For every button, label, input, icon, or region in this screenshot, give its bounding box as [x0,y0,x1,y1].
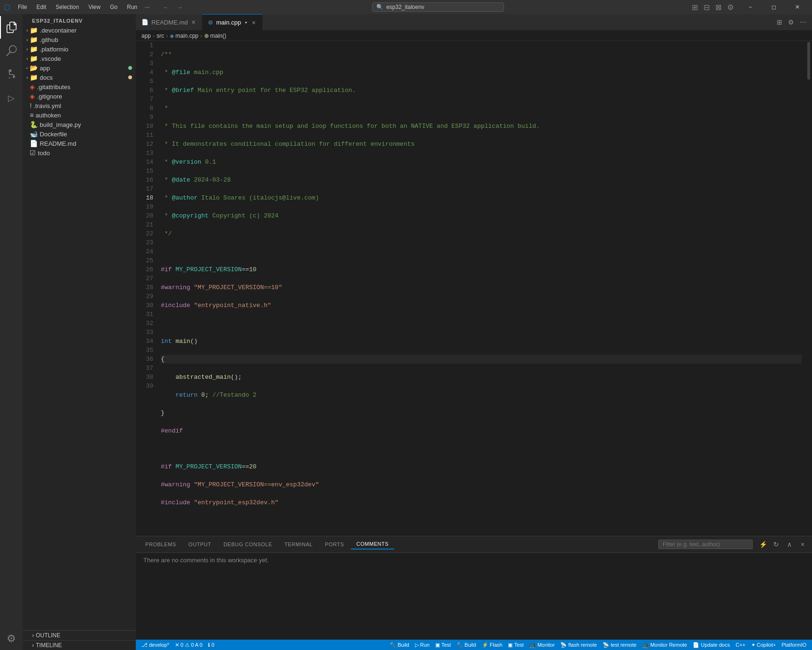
layout-icon[interactable]: ⊞ [690,1,700,14]
branch-label: develop* [149,642,169,648]
maximize-button[interactable]: ◻ [763,0,785,14]
collapse-icon[interactable]: ∧ [784,539,795,550]
sidebar-item-docs[interactable]: › 📁 docs [23,73,136,82]
status-monitor-remote[interactable]: 📺 Monitor Remote [640,642,689,648]
menu-ellipsis[interactable]: ··· [143,3,151,11]
sidebar-label-devcontainer: .devcontainer [40,27,136,34]
tab-problems[interactable]: PROBLEMS [140,540,182,549]
sidebar-item-travisyml[interactable]: › ! .travis.yml [23,101,136,110]
sidebar-item-app[interactable]: › 📂 app [23,63,136,73]
badge-yellow [128,75,132,79]
sidebar-item-devcontainer[interactable]: › 📁 .devcontainer [23,25,136,35]
status-platformio[interactable]: PlatformIO [779,642,808,648]
code-editor[interactable]: /** * @file main.cpp * @brief Main entry… [157,41,805,536]
menu-go[interactable]: Go [106,3,121,11]
info-count: 0 [211,642,214,648]
sidebar-icon[interactable]: ⊠ [713,1,723,14]
tab-main-cpp[interactable]: ⚙ main.cpp ● × [202,14,263,30]
panel: PROBLEMS OUTPUT DEBUG CONSOLE TERMINAL P… [136,536,812,640]
minimize-button[interactable]: − [739,0,761,14]
status-update-docs[interactable]: 📄 Update docs [691,642,732,648]
filter-icon[interactable]: ⚡ [757,539,769,550]
sidebar-item-readme[interactable]: › 📄 README.md [23,139,136,148]
breadcrumb-sep-3: › [200,33,202,39]
status-branch[interactable]: ⎇ develop* [140,642,171,648]
monitor-remote-label: Monitor Remote [650,642,687,648]
split-editor-icon[interactable]: ⊞ [775,17,784,28]
main-layout: ▷ ⚙ ESP32_ITALOENV › 📁 .devcontainer › 📁… [0,14,812,650]
tab-comments[interactable]: COMMENTS [351,539,395,550]
warning-icon: ⚠ [185,642,190,648]
cpp-tab-close[interactable]: × [251,19,257,26]
status-test-remote[interactable]: 📡 test remote [601,642,638,648]
forward-button[interactable]: → [173,0,186,14]
status-flash[interactable]: ⚡ Flash [480,642,505,648]
flash-label: Flash [490,642,503,648]
activity-source-control[interactable] [0,63,23,86]
test2-icon: ▣ [508,642,513,648]
activity-explorer[interactable] [0,16,23,39]
scrollbar[interactable] [805,41,812,536]
activity-settings[interactable]: ⚙ [0,627,23,650]
menu-run[interactable]: Run [123,3,141,11]
sidebar-label-build-image: build_image.py [40,121,136,128]
breadcrumb-src[interactable]: src [157,33,164,39]
editor-area[interactable]: 123 456 789 101112 131415 161718 192021 … [136,41,812,536]
sidebar-item-vscode[interactable]: › 📁 .vscode [23,54,136,63]
status-cpp[interactable]: C++ [734,642,747,648]
menu-view[interactable]: View [84,3,104,11]
outline-header[interactable]: › OUTLINE [23,631,136,640]
sidebar-item-dockerfile[interactable]: › 🐋 Dockerfile [23,129,136,139]
tab-readme[interactable]: 📄 README.md × [136,14,202,30]
status-test2[interactable]: ▣ Test [506,642,525,648]
settings-icon[interactable]: ⚙ [725,1,736,14]
sidebar-item-authoken[interactable]: › ≡ authoken [23,110,136,120]
status-flash-remote[interactable]: 📡 flash remote [558,642,599,648]
back-button[interactable]: ← [159,0,172,14]
timeline-header[interactable]: › TIMELINE [23,641,136,650]
status-test[interactable]: ▣ Test [433,642,453,648]
activity-search[interactable] [0,40,23,62]
error-icon: ✕ [175,642,179,648]
menu-selection[interactable]: Selection [52,3,83,11]
status-monitor[interactable]: 📺 Monitor [528,642,557,648]
status-build2[interactable]: 🔨 Build [455,642,478,648]
more-actions-icon[interactable]: ⚙ [786,17,796,28]
flash-remote-label: flash remote [568,642,597,648]
close-panel-icon[interactable]: × [797,539,808,550]
breadcrumb-app[interactable]: app [141,33,151,39]
scrollbar-thumb[interactable] [807,42,810,80]
breadcrumb-file[interactable]: ◈ main.cpp [170,33,199,39]
status-build-hammer[interactable]: 🔨 Build [388,642,411,648]
content-area: 📄 README.md × ⚙ main.cpp ● × ⊞ ⚙ ⋯ app ›… [136,14,812,650]
sidebar-item-gitignore[interactable]: › ◈ .gitignore [23,92,136,101]
close-button[interactable]: ✕ [787,0,808,14]
tab-terminal[interactable]: TERMINAL [279,540,318,549]
menu-file[interactable]: File [14,3,31,11]
readme-tab-close[interactable]: × [191,18,196,26]
sidebar-item-gitattributes[interactable]: › ◈ .gitattributes [23,82,136,92]
panel-tabs: PROBLEMS OUTPUT DEBUG CONSOLE TERMINAL P… [136,536,812,553]
activity-run-debug[interactable]: ▷ [0,87,23,109]
refresh-icon[interactable]: ↻ [771,539,782,550]
tab-overflow-icon[interactable]: ⋯ [798,17,808,28]
panel-icon[interactable]: ⊟ [702,1,712,14]
tab-ports[interactable]: PORTS [319,540,349,549]
panel-filter-input[interactable] [658,540,753,549]
menu-edit[interactable]: Edit [33,3,50,11]
status-errors[interactable]: ✕ 0 ⚠ 0 A 0 [173,642,205,648]
sidebar-item-build-image[interactable]: › 🐍 build_image.py [23,120,136,129]
sidebar-label-dockerfile: Dockerfile [40,131,136,138]
breadcrumb-func[interactable]: ⊕ main() [204,33,226,39]
tab-output[interactable]: OUTPUT [183,540,217,549]
sidebar-item-github[interactable]: › 📁 .github [23,35,136,44]
branch-icon: ⎇ [141,642,148,648]
status-copilot[interactable]: ✦ Copilot+ [749,642,778,648]
status-info[interactable]: ℹ 0 [206,642,216,648]
search-bar[interactable]: 🔍 esp32_italoenv [372,2,504,12]
status-run[interactable]: ▷ Run [413,642,431,648]
sidebar-item-platformio[interactable]: › 📁 .platformio [23,44,136,54]
monitor-label: Monitor [538,642,555,648]
tab-debug-console[interactable]: DEBUG CONSOLE [218,540,278,549]
sidebar-item-todo[interactable]: › ☑ todo [23,148,136,158]
